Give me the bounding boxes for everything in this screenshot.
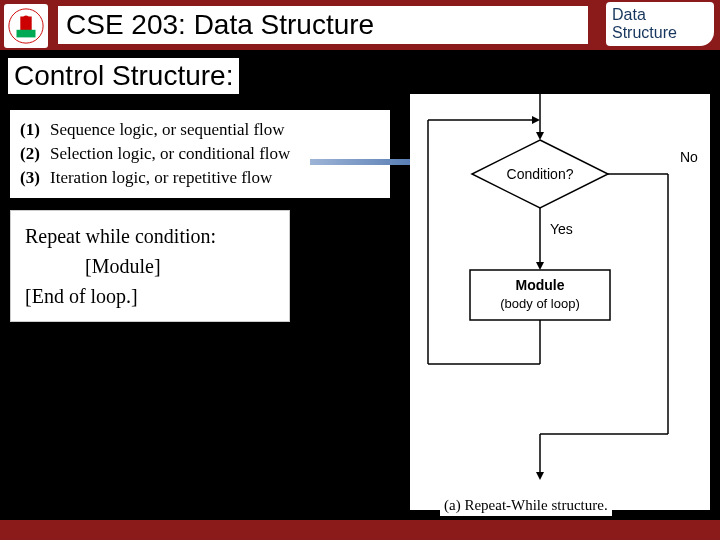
svg-point-3 — [23, 16, 29, 22]
svg-rect-2 — [17, 30, 36, 38]
flowchart-diagram: Condition? No Yes Module (body of loop) — [410, 94, 710, 510]
pseudo-line: Repeat while condition: — [25, 221, 275, 251]
pseudo-line: [Module] — [25, 251, 275, 281]
svg-marker-18 — [532, 116, 540, 124]
svg-marker-7 — [536, 132, 544, 140]
svg-rect-4 — [310, 159, 410, 165]
footer-bar — [0, 520, 720, 540]
no-label: No — [680, 149, 698, 165]
university-logo — [4, 4, 48, 48]
item-text: Selection logic, or conditional flow — [50, 142, 290, 166]
item-number: (1) — [20, 118, 50, 142]
list-item: (1) Sequence logic, or sequential flow — [20, 118, 380, 142]
pseudo-line: [End of loop.] — [25, 281, 275, 311]
pseudocode-block: Repeat while condition: [Module] [End of… — [10, 210, 290, 322]
topic-badge: Data Structure — [606, 2, 714, 46]
slide: CSE 203: Data Structure Data Structure C… — [0, 0, 720, 540]
item-number: (3) — [20, 166, 50, 190]
module-label-2: (body of loop) — [500, 296, 580, 311]
figure-caption: (a) Repeat-While structure. — [440, 495, 612, 516]
section-heading: Control Structure: — [8, 58, 239, 94]
svg-marker-12 — [536, 262, 544, 270]
badge-line1: Data — [612, 6, 708, 24]
condition-label: Condition? — [507, 166, 574, 182]
item-text: Sequence logic, or sequential flow — [50, 118, 285, 142]
item-number: (2) — [20, 142, 50, 166]
module-label-1: Module — [516, 277, 565, 293]
svg-marker-21 — [536, 472, 544, 480]
badge-line2: Structure — [612, 24, 708, 42]
yes-label: Yes — [550, 221, 573, 237]
item-text: Iteration logic, or repetitive flow — [50, 166, 272, 190]
course-title: CSE 203: Data Structure — [58, 6, 588, 44]
